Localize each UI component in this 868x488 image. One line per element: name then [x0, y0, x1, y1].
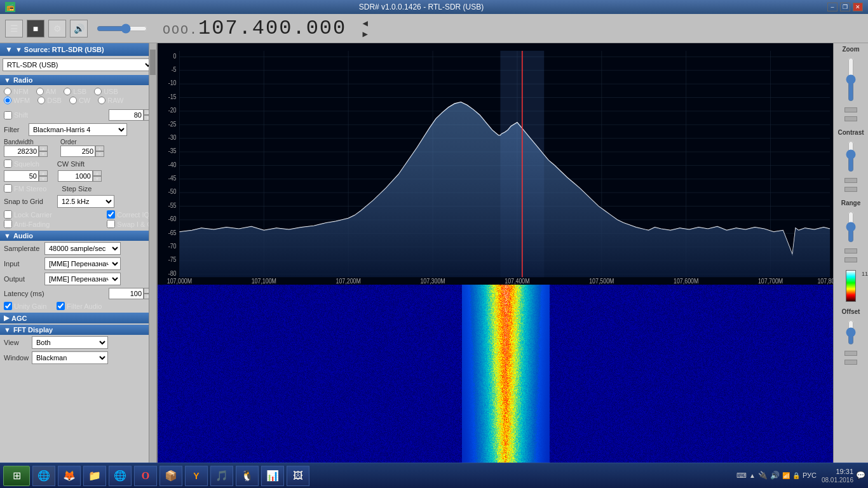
- order-down[interactable]: ▼: [95, 151, 104, 157]
- radio-header[interactable]: ▼ Radio: [0, 75, 156, 85]
- audio-button[interactable]: 🔊: [70, 20, 88, 37]
- order-spinner: ▲ ▼: [95, 146, 104, 157]
- close-button[interactable]: ✕: [853, 3, 863, 11]
- notification-icon[interactable]: 💬: [856, 471, 865, 480]
- filter-audio-label[interactable]: Filter Audio: [57, 302, 102, 310]
- source-header[interactable]: ▼ ▼ Source: RTL-SDR (USB): [0, 43, 156, 56]
- shift-input[interactable]: [109, 109, 144, 121]
- taskbar-app3[interactable]: 🐧: [236, 466, 259, 486]
- radio-dsb[interactable]: DSB: [37, 97, 62, 104]
- anti-fading-label[interactable]: Anti-Fading: [4, 220, 52, 228]
- left-panel-scrollbar[interactable]: [149, 43, 156, 463]
- taskbar-app2[interactable]: 🎵: [210, 466, 233, 486]
- cw-shift-up[interactable]: ▲: [93, 170, 102, 176]
- lock-carrier-label[interactable]: Lock Carrier: [4, 210, 52, 219]
- bandwidth-input[interactable]: [4, 146, 39, 157]
- cw-shift-input[interactable]: [58, 170, 93, 182]
- squelch-input[interactable]: [4, 170, 39, 182]
- squelch-down[interactable]: ▼: [39, 176, 48, 182]
- source-select[interactable]: RTL-SDR (USB): [3, 58, 154, 71]
- menu-button[interactable]: ☰: [5, 20, 23, 37]
- cw-shift-down[interactable]: ▼: [93, 176, 102, 182]
- snap-select[interactable]: 12.5 kHz: [57, 195, 114, 208]
- output-select[interactable]: [MME] Переназначен: [44, 273, 121, 285]
- tray-arrow[interactable]: ▲: [749, 472, 756, 479]
- offset-button-2[interactable]: [844, 360, 857, 365]
- contrast-button-2[interactable]: [844, 187, 857, 192]
- radio-am[interactable]: AM: [36, 88, 57, 95]
- fm-stereo-checkbox[interactable]: [4, 184, 12, 193]
- unity-gain-checkbox[interactable]: [4, 302, 12, 310]
- minimize-button[interactable]: –: [827, 3, 837, 11]
- fft-header[interactable]: ▼ FFT Display: [0, 325, 156, 335]
- shift-checkbox-label[interactable]: Shift: [4, 111, 28, 119]
- offset-slider[interactable]: [844, 320, 857, 345]
- shift-checkbox[interactable]: [4, 111, 12, 119]
- order-input[interactable]: [60, 146, 95, 157]
- waterfall-display[interactable]: [158, 285, 833, 463]
- taskbar-firefox[interactable]: 🦊: [58, 466, 81, 486]
- radio-usb[interactable]: USB: [94, 88, 118, 95]
- swap-iq-checkbox[interactable]: [107, 220, 115, 228]
- correct-iq-checkbox[interactable]: [107, 210, 115, 219]
- radio-nfm[interactable]: NFM: [4, 88, 29, 95]
- input-select[interactable]: [MME] Переназначен: [44, 257, 121, 270]
- view-select[interactable]: Both Spectrum Waterfall: [32, 336, 108, 349]
- unity-gain-text: Unity Gain: [14, 302, 46, 310]
- taskbar-explorer[interactable]: 📁: [83, 466, 106, 486]
- volume-slider[interactable]: [97, 24, 147, 34]
- contrast-slider[interactable]: [844, 140, 857, 172]
- range-slider[interactable]: [844, 211, 857, 243]
- range-button-1[interactable]: [844, 248, 857, 254]
- window-select[interactable]: Blackman: [32, 351, 108, 364]
- audio-header[interactable]: ▼ Audio: [0, 231, 156, 241]
- stop-button[interactable]: ■: [27, 20, 44, 37]
- swap-iq-label[interactable]: Swap I & Q: [107, 220, 153, 228]
- agc-header[interactable]: ▶ AGC: [0, 313, 156, 323]
- svg-text:107,500M: 107,500M: [589, 277, 614, 285]
- start-button[interactable]: ⊞: [3, 466, 30, 486]
- order-up[interactable]: ▲: [95, 146, 104, 151]
- latency-input[interactable]: [109, 288, 144, 299]
- contrast-slider-wrap: [844, 137, 857, 175]
- filter-audio-text: Filter Audio: [67, 302, 102, 310]
- offset-button-1[interactable]: [844, 351, 857, 356]
- taskbar-photo[interactable]: 🖼: [287, 466, 309, 486]
- correct-iq-label[interactable]: Correct IQ: [107, 210, 153, 219]
- range-button-2[interactable]: [844, 257, 857, 262]
- zoom-button-2[interactable]: [844, 116, 857, 121]
- radio-arrow: ▼: [4, 76, 11, 84]
- filter-select[interactable]: Blackman-Harris 4: [29, 123, 127, 136]
- spectrum-display[interactable]: 0 -5 -10 -15 -20 -25 -30 -35 -40 -45 -50…: [158, 43, 833, 285]
- radio-raw[interactable]: RAW: [98, 97, 123, 104]
- radio-wfm[interactable]: WFM: [4, 97, 30, 104]
- contrast-button-1[interactable]: [844, 178, 857, 183]
- radio-cw[interactable]: CW: [69, 97, 90, 104]
- lang-indicator[interactable]: РУС: [803, 471, 817, 479]
- taskbar-app1[interactable]: 📦: [159, 466, 182, 486]
- settings-button[interactable]: ⚙: [48, 20, 66, 37]
- radio-lsb[interactable]: LSB: [64, 88, 86, 95]
- zoom-button-1[interactable]: [844, 107, 857, 112]
- taskbar-chrome[interactable]: 🌐: [32, 466, 55, 486]
- squelch-checkbox[interactable]: [4, 159, 12, 168]
- zoom-slider[interactable]: [844, 57, 857, 102]
- anti-fading-checkbox[interactable]: [4, 220, 12, 228]
- taskbar-yandex[interactable]: Y: [185, 466, 208, 486]
- taskbar-app4[interactable]: 📊: [261, 466, 284, 486]
- filter-audio-checkbox[interactable]: [57, 302, 65, 310]
- samplerate-select[interactable]: 48000 sample/sec: [44, 242, 121, 255]
- taskbar-firefox2[interactable]: 🌐: [109, 466, 132, 486]
- unity-gain-label[interactable]: Unity Gain: [4, 302, 46, 310]
- restore-button[interactable]: ❐: [840, 3, 850, 11]
- fm-stereo-label[interactable]: FM Stereo: [4, 184, 46, 193]
- freq-up-arrow[interactable]: ◀: [362, 18, 369, 29]
- squelch-label[interactable]: Squelch: [4, 159, 39, 168]
- scrollbar-thumb[interactable]: [150, 50, 156, 75]
- lock-carrier-checkbox[interactable]: [4, 210, 12, 219]
- bandwidth-down[interactable]: ▼: [39, 151, 48, 157]
- bandwidth-up[interactable]: ▲: [39, 146, 48, 151]
- squelch-up[interactable]: ▲: [39, 170, 48, 176]
- freq-down-arrow[interactable]: ▶: [362, 29, 369, 39]
- taskbar-opera[interactable]: O: [134, 466, 157, 486]
